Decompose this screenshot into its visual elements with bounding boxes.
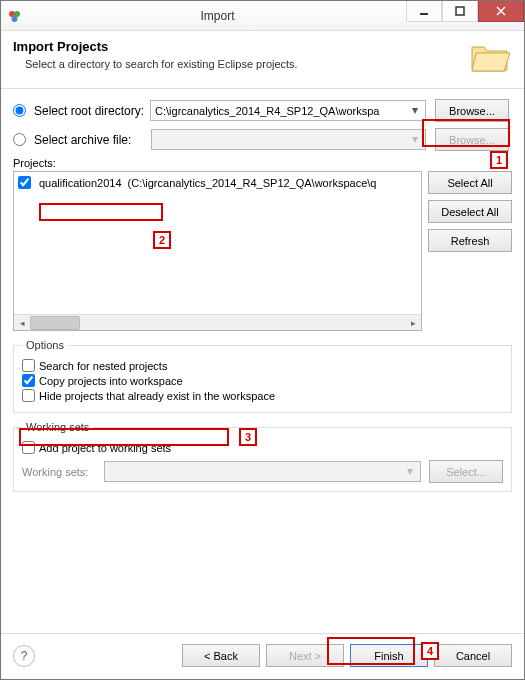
- root-dir-radio[interactable]: [13, 104, 26, 117]
- callout-num-1: 1: [490, 151, 508, 169]
- back-button[interactable]: < Back: [182, 644, 260, 667]
- archive-label-text: Select archive file:: [34, 133, 131, 147]
- finish-button[interactable]: Finish: [350, 644, 428, 667]
- ws-select-button: Select...: [429, 460, 503, 483]
- root-dir-input[interactable]: [150, 100, 426, 121]
- chevron-down-icon: ▾: [412, 132, 424, 146]
- deselect-all-button[interactable]: Deselect All: [428, 200, 512, 223]
- project-name: qualification2014: [39, 177, 122, 189]
- root-dir-radio-label[interactable]: Select root directory:: [13, 104, 144, 118]
- next-button: Next >: [266, 644, 344, 667]
- ws-combo: ▾: [104, 461, 421, 482]
- scroll-right-icon[interactable]: ▸: [405, 315, 421, 331]
- archive-radio-label[interactable]: Select archive file:: [13, 133, 131, 147]
- add-ws-label: Add project to working sets: [39, 442, 171, 454]
- window-title: Import: [29, 9, 406, 23]
- page-title: Import Projects: [13, 39, 512, 54]
- project-checkbox[interactable]: [18, 176, 31, 189]
- callout-num-4: 4: [421, 642, 439, 660]
- page-subtitle: Select a directory to search for existin…: [25, 58, 512, 70]
- options-group: Options Search for nested projects Copy …: [13, 339, 512, 413]
- projects-listbox[interactable]: qualification2014 (C:\igrcanalytics_2014…: [13, 171, 422, 331]
- maximize-button[interactable]: [442, 0, 478, 22]
- svg-point-2: [12, 16, 18, 22]
- ws-label: Working sets:: [22, 466, 96, 478]
- cancel-button[interactable]: Cancel: [434, 644, 512, 667]
- scrollbar-horizontal[interactable]: ◂ ▸: [14, 314, 421, 330]
- hide-checkbox[interactable]: [22, 389, 35, 402]
- copy-checkbox[interactable]: [22, 374, 35, 387]
- wizard-footer: ? < Back Next > Finish Cancel: [1, 633, 524, 679]
- project-path: (C:\igrcanalytics_2014_R4_SP12_QA\worksp…: [128, 177, 377, 189]
- close-button[interactable]: [478, 0, 524, 22]
- archive-row: Select archive file: ▾ Browse...: [13, 128, 512, 151]
- list-item[interactable]: qualification2014 (C:\igrcanalytics_2014…: [18, 176, 417, 189]
- svg-rect-3: [420, 13, 428, 15]
- wizard-header: Import Projects Select a directory to se…: [1, 31, 524, 89]
- folder-open-icon: [468, 37, 512, 78]
- titlebar: Import: [1, 1, 524, 31]
- chevron-down-icon[interactable]: ▾: [412, 103, 424, 117]
- svg-rect-4: [456, 7, 464, 15]
- ws-input: [104, 461, 421, 482]
- refresh-button[interactable]: Refresh: [428, 229, 512, 252]
- nested-label: Search for nested projects: [39, 360, 167, 372]
- callout-num-2: 2: [153, 231, 171, 249]
- scroll-left-icon[interactable]: ◂: [14, 315, 30, 331]
- select-all-button[interactable]: Select All: [428, 171, 512, 194]
- archive-input: [151, 129, 426, 150]
- hide-label: Hide projects that already exist in the …: [39, 390, 275, 402]
- browse-archive-button: Browse...: [435, 128, 509, 151]
- nested-checkbox[interactable]: [22, 359, 35, 372]
- root-dir-label-text: Select root directory:: [34, 104, 144, 118]
- root-dir-combo[interactable]: ▾: [150, 100, 426, 121]
- archive-radio[interactable]: [13, 133, 26, 146]
- callout-num-3: 3: [239, 428, 257, 446]
- options-legend: Options: [22, 339, 68, 351]
- add-ws-checkbox[interactable]: [22, 441, 35, 454]
- projects-area: qualification2014 (C:\igrcanalytics_2014…: [13, 171, 512, 331]
- working-sets-group: Working sets Add project to working sets…: [13, 421, 512, 492]
- scroll-thumb[interactable]: [30, 316, 80, 330]
- chevron-down-icon: ▾: [407, 464, 419, 478]
- content-area: Select root directory: ▾ Browse... Selec…: [1, 89, 524, 492]
- archive-combo: ▾: [151, 129, 426, 150]
- copy-label: Copy projects into workspace: [39, 375, 183, 387]
- projects-label: Projects:: [13, 157, 512, 169]
- window-controls: [406, 1, 524, 30]
- browse-root-button[interactable]: Browse...: [435, 99, 509, 122]
- help-icon[interactable]: ?: [13, 645, 35, 667]
- working-sets-legend: Working sets: [22, 421, 93, 433]
- root-dir-row: Select root directory: ▾ Browse...: [13, 99, 512, 122]
- projects-button-stack: Select All Deselect All Refresh: [428, 171, 512, 331]
- minimize-button[interactable]: [406, 0, 442, 22]
- app-icon: [7, 8, 23, 24]
